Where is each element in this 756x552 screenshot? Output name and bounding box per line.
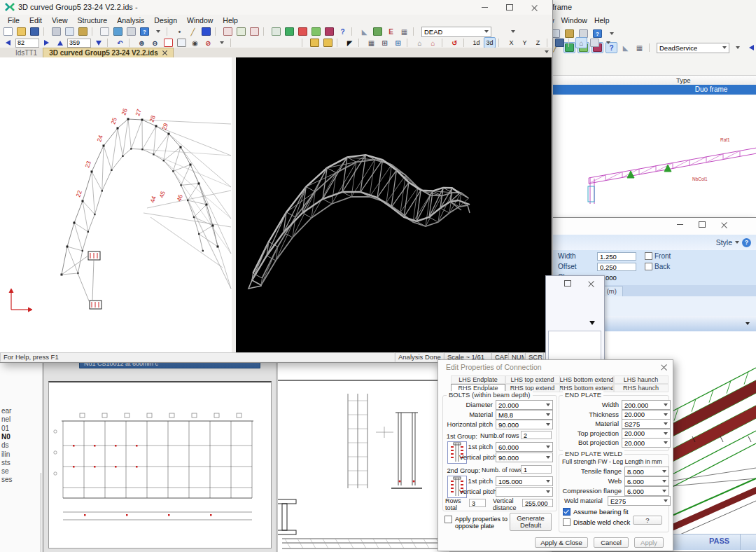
axis-y-button[interactable]: Y [519, 37, 531, 48]
deselect-circle-icon[interactable]: ⊘ [202, 37, 214, 48]
list-item[interactable]: ear [1, 407, 11, 415]
cancel-button[interactable]: Cancel [594, 537, 629, 548]
small-dialog-field[interactable] [548, 331, 601, 363]
diameter-combo[interactable]: 20.000 [496, 400, 553, 410]
menu-view[interactable]: View [47, 15, 73, 25]
axis-z-button[interactable]: Z [532, 37, 544, 48]
help-icon[interactable]: ? [742, 238, 751, 247]
zoom-out-icon[interactable]: ⊖ [149, 37, 161, 48]
mode-3d-button[interactable]: 3d [484, 37, 496, 48]
material-combo[interactable]: M8.8 [496, 410, 553, 420]
menu-design[interactable]: Design [149, 15, 182, 25]
menu-edit[interactable]: Edit [24, 15, 47, 25]
view-frame-icon[interactable]: ⌂ [414, 37, 426, 48]
arrow-down-icon[interactable] [92, 37, 104, 48]
binoculars-icon[interactable] [554, 37, 566, 48]
print-preview-icon[interactable] [99, 26, 111, 37]
apply-opposite-checkbox[interactable] [444, 516, 452, 523]
menu-window[interactable]: Window [561, 16, 587, 25]
dropdown-icon[interactable] [216, 37, 227, 48]
minimize-icon[interactable] [482, 7, 488, 8]
width-field[interactable]: 1.250 [597, 252, 636, 261]
grid-quad-icon[interactable]: ⊞ [379, 37, 391, 48]
surface-3d-icon[interactable] [284, 26, 295, 37]
rotate-structure-icon[interactable] [270, 26, 282, 37]
selected-row-duo-frame[interactable]: Duo frame [548, 85, 756, 95]
select-circle-icon[interactable]: ◉ [189, 37, 201, 48]
minimize-icon[interactable] [677, 224, 683, 226]
query-point-icon[interactable]: • [174, 26, 186, 37]
refresh-icon[interactable]: ↺ [449, 37, 461, 48]
dropdown-icon[interactable] [152, 26, 164, 37]
dropdown-icon[interactable] [602, 37, 614, 48]
pointer-icon[interactable]: ◤ [344, 37, 356, 48]
apply-button[interactable]: Apply [634, 537, 664, 548]
undo-icon[interactable]: ↶ [114, 37, 126, 48]
offset-field[interactable]: 0.250 [597, 263, 636, 271]
mode-1d-button[interactable]: 1d [470, 37, 482, 48]
wind-load-icon[interactable] [297, 26, 309, 37]
arrow-left-icon[interactable] [746, 42, 756, 53]
menu-help[interactable]: Help [594, 16, 610, 25]
maximize-icon[interactable] [699, 221, 706, 228]
tab-close-icon[interactable] [162, 50, 167, 55]
grid-fine-icon[interactable]: ▦ [365, 37, 377, 48]
rows-total-input[interactable]: 3 [469, 499, 486, 507]
tab-3d-curved-group5-23-24-v2-2-ids[interactable]: 3D curved Group5 23-24 V2.2.ids [43, 48, 174, 57]
menu-help[interactable]: Help [218, 15, 243, 25]
close-icon[interactable] [531, 4, 538, 11]
camera-saved-icon[interactable] [309, 37, 321, 48]
set-square-icon[interactable]: ◣ [358, 26, 370, 37]
list-item[interactable]: sts [1, 459, 10, 467]
list-item[interactable]: N0 [1, 433, 10, 441]
list-item[interactable]: 01 [1, 425, 9, 432]
vertical-distance-input[interactable]: 255.000 [522, 499, 553, 507]
save-icon[interactable] [29, 26, 41, 37]
list-item[interactable]: ds [1, 441, 9, 449]
rafter-tool-icon[interactable] [323, 26, 335, 37]
back-checkbox[interactable] [645, 263, 652, 270]
chevron-down-icon[interactable] [746, 322, 750, 325]
member-section-icon[interactable] [200, 26, 212, 37]
axis-x-button[interactable]: X [505, 37, 517, 48]
load-case-combo[interactable]: DEAD [421, 27, 491, 37]
dropdown-icon[interactable] [732, 42, 743, 53]
menu-structure[interactable]: Structure [73, 15, 113, 25]
weld-tensile-flange-combo[interactable]: 8.000 [624, 467, 669, 476]
dropdown-icon[interactable] [507, 26, 519, 37]
list-item[interactable]: ilin [1, 450, 10, 458]
next-value-input[interactable] [67, 39, 91, 48]
list-item[interactable]: ses [1, 476, 13, 483]
horizontal-pitch-combo[interactable]: 90.000 [496, 420, 553, 429]
close-icon[interactable] [661, 364, 667, 370]
menu-window[interactable]: Window [182, 15, 218, 25]
connection-tab-lhs-bottom-extend[interactable]: LHS bottom extend [559, 375, 614, 384]
dropdown-icon[interactable] [589, 321, 595, 325]
set-square-icon[interactable]: ◣ [620, 42, 631, 53]
elevation-2d-view[interactable]: 2223242526272829444546 [0, 57, 232, 352]
arrow-left-icon[interactable] [2, 37, 14, 48]
group1-1st-pitch-combo[interactable]: 60.000 [496, 442, 553, 452]
weld-help-button[interactable]: ? [633, 516, 662, 525]
view-iso-icon[interactable] [589, 37, 601, 48]
arrow-up-icon[interactable] [54, 37, 66, 48]
zoom-window-icon[interactable] [176, 37, 188, 48]
group2-1st-pitch-combo[interactable]: 105.000 [496, 476, 553, 486]
help-small-icon[interactable]: ? [337, 26, 349, 37]
assume-bearing-fit-checkbox[interactable] [563, 508, 570, 516]
zoom-in-icon[interactable]: ⊕ [136, 37, 148, 48]
frame-wizard-icon[interactable] [112, 26, 124, 37]
end-release-right-icon[interactable] [248, 26, 260, 37]
view-front-icon[interactable]: ⌂ [575, 37, 587, 48]
menu-analysis[interactable]: Analysis [112, 15, 149, 25]
render-3d-viewport[interactable] [236, 57, 552, 352]
end-release-left-icon[interactable] [222, 26, 234, 37]
camera-view-icon[interactable] [322, 37, 334, 48]
arrow-right-icon[interactable] [41, 37, 52, 48]
list-item[interactable]: se [1, 467, 9, 475]
connection-tab-lhs-endplate[interactable]: LHS Endplate [451, 375, 505, 384]
weld-web-combo[interactable]: 6.000 [624, 476, 669, 486]
generate-default-button[interactable]: Generate Default [510, 513, 552, 531]
end-release-mid-icon[interactable] [235, 26, 247, 37]
connection-tab-lhs-haunch[interactable]: LHS haunch [614, 375, 668, 384]
